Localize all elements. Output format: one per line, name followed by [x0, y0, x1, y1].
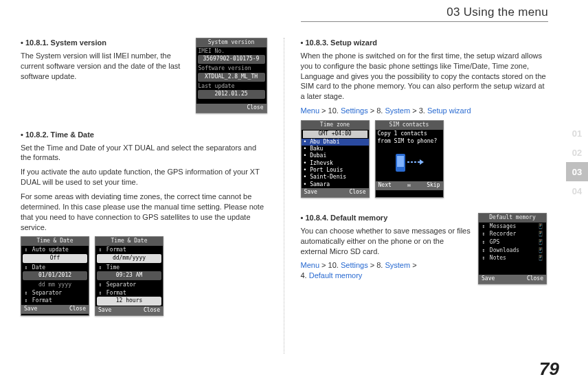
section-title-timedate: • 10.8.2. Time & Date [21, 130, 267, 140]
ss-title: System version [196, 38, 267, 47]
cycle-icon: ↕ [481, 255, 486, 262]
phone-icon: 📱 [537, 223, 544, 230]
nav-menu: Menu [301, 261, 320, 269]
ss-value-format: dd/mm/yyyy [97, 254, 161, 263]
ss-value-12h: 12 hours [97, 297, 161, 306]
dm-gps: ↕ GPS 📱 [479, 238, 546, 247]
ss-close-button[interactable]: Close [196, 104, 267, 113]
nav-settings: Settings [341, 106, 368, 115]
ss-close-button[interactable]: Close [69, 306, 86, 313]
phone-transfer-icon [392, 148, 427, 177]
ss-value-sw: XTDUAL_2.8_ML_TH [198, 73, 265, 82]
phone-icon: 📱 [537, 255, 544, 262]
timedate-screenshots: Time & Date ↕ Auto update Off ↕ Date 01/… [21, 236, 267, 315]
cycle-icon: ↕ [23, 264, 29, 271]
ss-close-button[interactable]: Close [144, 307, 160, 315]
dm-downloads: ↕ Downloads 📱 [479, 247, 546, 255]
timedate-p1: Set the Time and Date of your XT DUAL an… [21, 143, 267, 163]
chapter-tab-01[interactable]: 01 [566, 124, 588, 143]
chapter-tab-03[interactable]: 03 [566, 162, 588, 181]
cycle-icon: ↕ [481, 247, 486, 254]
cycle-icon: ↕ [23, 297, 29, 304]
screenshot-sim-contacts: SIM contacts Copy 1 contacts from SIM to… [375, 120, 444, 198]
cycle-icon: ↕ [481, 223, 486, 230]
screenshot-timedate-a: Time & Date ↕ Auto update Off ↕ Date 01/… [21, 236, 89, 315]
cycle-icon: ↕ [98, 264, 103, 271]
ss-row-format: ↕ Format [21, 297, 89, 305]
ss-hint-format: dd mm yyyy [21, 281, 89, 289]
content-columns: System version IMEI No. 35697902-010175-… [21, 38, 547, 354]
section-title-setupwizard: • 10.8.3. Setup wizard [301, 38, 547, 48]
ss-row-autoupdate: ↕ Auto update [21, 246, 89, 254]
column-divider [284, 38, 284, 354]
bullet-icon: • [21, 38, 23, 47]
nav-setupwizard: Setup wizard [427, 106, 471, 115]
dm-notes: ↕ Notes 📱 [479, 254, 546, 262]
tz-item-izhevsk[interactable]: Izhevsk [302, 160, 369, 167]
ss-title: SIM contacts [376, 121, 443, 130]
section-heading: 10.8.3. Setup wizard [305, 38, 377, 47]
section-heading: 10.8.2. Time & Date [25, 130, 94, 139]
nav-defaultmemory: Default memory [309, 271, 363, 279]
screenshot-timezone: Time zone GMT +04:00 Abu Dhabi Baku Duba… [301, 120, 370, 198]
chapter-tab-04[interactable]: 04 [566, 181, 588, 201]
setupwizard-screenshots: Time zone GMT +04:00 Abu Dhabi Baku Duba… [301, 120, 547, 198]
nav-menu: Menu [301, 106, 320, 115]
tz-item-samara[interactable]: Samara [302, 181, 369, 188]
bullet-icon: • [301, 214, 304, 222]
page-number: 79 [539, 358, 559, 380]
ss-save-button[interactable]: Save [482, 275, 495, 283]
ss-row-separator: ↕ Separator [21, 289, 89, 297]
header-rule [301, 21, 548, 22]
cycle-icon: ↕ [481, 239, 486, 246]
ss-value-date: 01/01/2012 [23, 271, 87, 280]
ss-row-separator: ↕ Separator [95, 281, 163, 289]
tz-item-baku[interactable]: Baku [302, 146, 369, 152]
nav-system: System [385, 106, 410, 115]
screenshot-system-version: System version IMEI No. 35697902-010175-… [196, 38, 267, 113]
ss-value-time: 09:23 AM [97, 271, 161, 280]
mail-icon: ✉ [407, 182, 411, 190]
ss-close-button[interactable]: Close [527, 275, 543, 283]
timedate-p2: If you activate the auto update function… [21, 167, 267, 187]
dm-messages: ↕ Messages 📱 [479, 222, 546, 231]
screenshot-default-memory: Default memory ↕ Messages 📱 ↕ Recorder 📱… [478, 213, 547, 284]
ss-row-time: ↕ Time [95, 264, 163, 272]
tz-item-dubai[interactable]: Dubai [302, 152, 369, 159]
page-header-title: 03 Using the menu [301, 5, 548, 19]
ss-title: Time & Date [21, 237, 89, 246]
ss-label-sw: Software version [196, 65, 267, 73]
page-header: 03 Using the menu [301, 5, 548, 22]
cycle-icon: ↕ [481, 231, 486, 238]
ss-title: Time & Date [95, 237, 163, 246]
dm-recorder: ↕ Recorder 📱 [479, 230, 546, 238]
ss-value-off: Off [23, 254, 87, 263]
sim-line1: Copy 1 contacts [376, 130, 443, 138]
nav-system: System [385, 261, 410, 269]
ss-close-button[interactable]: Close [349, 189, 365, 196]
left-column: System version IMEI No. 35697902-010175-… [21, 38, 267, 354]
timedate-p3: For some areas with deviating time zones… [21, 192, 267, 232]
cycle-icon: ↕ [98, 247, 103, 253]
right-column: • 10.8.3. Setup wizard When the phone is… [301, 38, 547, 354]
ss-save-button[interactable]: Save [98, 307, 111, 315]
cycle-icon: ↕ [23, 290, 29, 297]
ss-next-button[interactable]: Next [378, 182, 392, 190]
tz-item-portlouis[interactable]: Port Louis [302, 167, 369, 174]
ss-skip-button[interactable]: Skip [427, 182, 440, 190]
ss-row-format2: ↕ Format [95, 289, 163, 297]
phone-icon: 📱 [537, 239, 544, 246]
tz-item-abudhabi[interactable]: Abu Dhabi [302, 139, 369, 146]
ss-save-button[interactable]: Save [304, 189, 317, 196]
tz-item-saintdenis[interactable]: Saint-Denis [302, 174, 369, 181]
ss-gmt: GMT +04:00 [303, 130, 368, 138]
chapter-tabs: 01 02 03 04 [566, 124, 588, 201]
ss-value-update: 2012.01.25 [198, 90, 265, 99]
cycle-icon: ↕ [98, 282, 103, 288]
section-heading: 10.8.1. System version [25, 38, 106, 47]
ss-value-imei: 35697902-010175-9 [198, 55, 265, 64]
cycle-icon: ↕ [98, 290, 103, 297]
chapter-tab-02[interactable]: 02 [566, 143, 588, 162]
ss-save-button[interactable]: Save [24, 306, 37, 313]
ss-title: Default memory [479, 214, 546, 222]
